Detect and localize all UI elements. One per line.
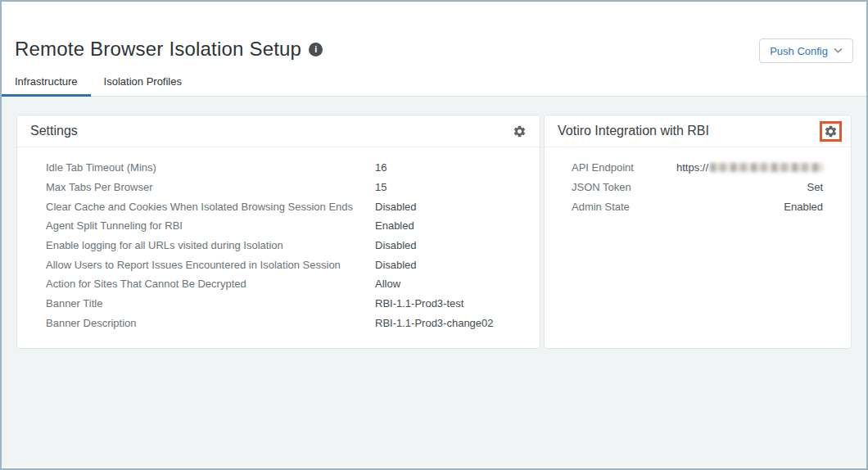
tab-bar: Infrastructure Isolation Profiles [2, 70, 195, 97]
setting-label: Banner Title [46, 297, 375, 310]
votiro-label: Admin State [572, 201, 630, 213]
votiro-value: Enabled [630, 201, 823, 213]
setting-label: Allow Users to Report Issues Encountered… [46, 259, 375, 271]
setting-label: Max Tabs Per Browser [46, 181, 375, 193]
api-endpoint-scheme: https:// [676, 161, 708, 174]
setting-value: Allow [375, 278, 527, 290]
setting-value: Disabled [375, 239, 527, 251]
votiro-value-api-endpoint: https:// [634, 161, 823, 174]
votiro-panel: Votiro Integration with RBI API Endpoint… [544, 115, 852, 349]
votiro-label: JSON Token [572, 181, 631, 193]
info-icon[interactable]: i [309, 43, 323, 56]
settings-panel-body: Idle Tab Timeout (Mins) 16 Max Tabs Per … [17, 147, 540, 332]
page-header: Remote Browser Isolation Setup i Push Co… [2, 2, 866, 97]
setting-label: Idle Tab Timeout (Mins) [46, 161, 375, 174]
setting-row: Banner Description RBI-1.1-Prod3-change0… [46, 314, 527, 333]
votiro-panel-title: Votiro Integration with RBI [558, 124, 709, 138]
votiro-row: API Endpoint https:// [572, 158, 823, 178]
setting-row: Agent Split Tunneling for RBI Enabled [46, 216, 527, 236]
setting-label: Clear Cache and Cookies When Isolated Br… [46, 201, 375, 213]
page-title: Remote Browser Isolation Setup [15, 38, 301, 61]
setting-row: Banner Title RBI-1.1-Prod3-test [46, 294, 527, 314]
setting-value: RBI-1.1-Prod3-change02 [375, 317, 527, 329]
setting-label: Action for Sites That Cannot Be Decrypte… [46, 278, 375, 290]
setting-value: 15 [375, 181, 527, 193]
setting-label: Agent Split Tunneling for RBI [46, 219, 375, 232]
votiro-label: API Endpoint [572, 161, 634, 174]
push-config-button[interactable]: Push Config [759, 38, 853, 63]
push-config-label: Push Config [770, 45, 828, 57]
setting-value: 16 [375, 161, 527, 174]
redacted-url [710, 163, 823, 172]
votiro-value: Set [631, 181, 823, 193]
tab-infrastructure[interactable]: Infrastructure [2, 70, 91, 97]
setting-row: Max Tabs Per Browser 15 [46, 178, 527, 197]
setting-row: Enable logging for all URLs visited duri… [46, 236, 527, 255]
setting-row: Action for Sites That Cannot Be Decrypte… [46, 274, 527, 294]
votiro-row: JSON Token Set [572, 178, 823, 197]
setting-row: Idle Tab Timeout (Mins) 16 [46, 158, 527, 178]
votiro-panel-body: API Endpoint https:// JSON Token Set Adm… [545, 147, 851, 216]
votiro-panel-header: Votiro Integration with RBI [545, 115, 851, 147]
setting-value: Disabled [375, 259, 527, 271]
setting-value: Enabled [375, 219, 527, 232]
votiro-gear-icon[interactable] [824, 124, 838, 138]
setting-row: Allow Users to Report Issues Encountered… [46, 255, 527, 274]
setting-row: Clear Cache and Cookies When Isolated Br… [46, 197, 527, 216]
votiro-row: Admin State Enabled [572, 197, 823, 216]
settings-panel-header: Settings [17, 115, 540, 147]
tab-isolation-profiles[interactable]: Isolation Profiles [91, 70, 195, 97]
settings-panel-title: Settings [30, 124, 78, 138]
setting-label: Enable logging for all URLs visited duri… [46, 239, 375, 251]
setting-value: Disabled [375, 201, 527, 213]
content-area: Settings Idle Tab Timeout (Mins) 16 Max … [2, 97, 866, 468]
chevron-down-icon [834, 47, 843, 54]
setting-value: RBI-1.1-Prod3-test [375, 297, 527, 310]
title-row: Remote Browser Isolation Setup i [15, 38, 323, 61]
settings-gear-icon[interactable] [513, 124, 527, 138]
gear-highlight-box [820, 121, 842, 142]
setting-label: Banner Description [46, 317, 375, 329]
settings-panel: Settings Idle Tab Timeout (Mins) 16 Max … [16, 115, 540, 349]
